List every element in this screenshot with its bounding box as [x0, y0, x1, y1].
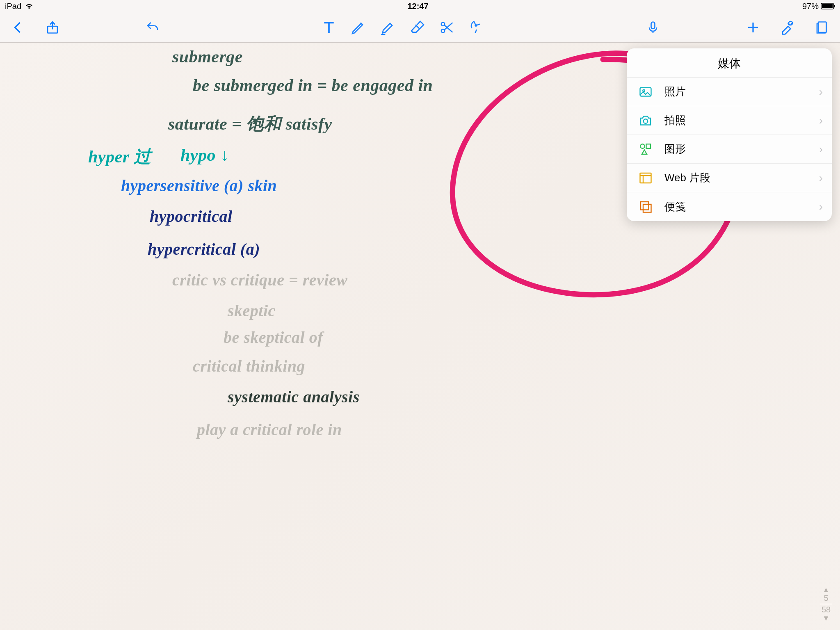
svg-point-6 [475, 25, 477, 26]
device-label: iPad [5, 2, 21, 11]
scroll-down-icon: ▼ [822, 614, 830, 622]
photo-icon [637, 84, 654, 100]
handwriting-line: hypercritical (a) [148, 240, 260, 259]
popover-item-label: 拍照 [664, 113, 819, 128]
popover-item-sticky[interactable]: 便笺 › [627, 192, 832, 221]
highlighter-tool[interactable] [379, 18, 397, 37]
svg-point-8 [789, 21, 792, 25]
wifi-icon [25, 2, 34, 10]
lasso-tool[interactable] [468, 18, 486, 37]
chevron-right-icon: › [819, 114, 823, 127]
svg-point-12 [644, 119, 648, 123]
camera-icon [637, 112, 654, 129]
pages-button[interactable] [813, 18, 831, 37]
handwriting-line: hypocritical [150, 207, 233, 226]
shape-icon [637, 141, 654, 158]
status-bar: iPad 12:47 97% [0, 0, 840, 12]
handwriting-line: play a critical role in [197, 420, 342, 439]
eraser-tool[interactable] [409, 18, 427, 37]
popover-item-camera[interactable]: 拍照 › [627, 106, 832, 135]
svg-rect-1 [822, 4, 833, 8]
svg-point-13 [640, 144, 645, 148]
chevron-right-icon: › [819, 143, 823, 156]
pen-tool[interactable] [349, 18, 368, 37]
battery-icon [821, 3, 835, 9]
page-indicator[interactable]: ▲ 5 58 ▼ [818, 586, 834, 622]
svg-point-5 [441, 29, 445, 32]
svg-rect-15 [640, 173, 651, 183]
handwriting-line: systematic analysis [228, 387, 360, 406]
microphone-button[interactable] [644, 18, 662, 37]
svg-point-4 [441, 22, 445, 25]
scroll-up-icon: ▲ [822, 586, 830, 593]
svg-rect-2 [834, 5, 835, 7]
webclip-icon [637, 170, 654, 186]
chevron-right-icon: › [819, 200, 823, 213]
popover-title: 媒体 [627, 48, 832, 78]
handwriting-line: submerge [172, 47, 243, 66]
back-button[interactable] [9, 18, 27, 37]
popover-item-webclip[interactable]: Web 片段 › [627, 164, 832, 192]
scissors-tool[interactable] [438, 18, 456, 37]
media-popover: 媒体 照片 › 拍照 › 图形 › Web 片段 › 便笺 › [627, 48, 832, 221]
handwriting-line: be skeptical of [224, 328, 323, 347]
svg-rect-14 [646, 144, 651, 148]
chevron-right-icon: › [819, 171, 823, 185]
handwriting-line: hypo ↓ [180, 145, 229, 165]
handwriting-line: be submerged in = be engaged in [193, 75, 433, 95]
undo-button[interactable] [144, 18, 162, 37]
sticky-icon [637, 199, 654, 215]
toolbar [0, 12, 840, 43]
popover-item-label: 便笺 [664, 200, 819, 214]
clock: 12:47 [407, 2, 428, 11]
page-total: 58 [822, 605, 831, 614]
handwriting-line: skeptic [228, 301, 276, 320]
popover-item-shape[interactable]: 图形 › [627, 135, 832, 164]
add-button[interactable] [744, 18, 762, 37]
svg-rect-16 [641, 202, 649, 210]
handwriting-line: hyper 过 [88, 145, 151, 168]
handwriting-line: critical thinking [193, 356, 305, 376]
svg-rect-9 [818, 22, 826, 32]
svg-rect-7 [651, 22, 655, 29]
text-tool[interactable] [320, 18, 338, 37]
popover-item-photo[interactable]: 照片 › [627, 78, 832, 106]
svg-rect-17 [643, 204, 651, 212]
handwriting-line: hypersensitive (a) skin [121, 176, 277, 195]
settings-button[interactable] [778, 18, 797, 37]
popover-item-label: Web 片段 [664, 171, 819, 185]
popover-item-label: 图形 [664, 142, 819, 156]
page-current: 5 [824, 593, 828, 603]
handwriting-line: critic vs critique = review [172, 270, 347, 290]
chevron-right-icon: › [819, 85, 823, 98]
handwriting-line: saturate = 饱和 satisfy [168, 112, 332, 135]
share-button[interactable] [43, 18, 62, 37]
battery-percent: 97% [802, 2, 819, 11]
popover-item-label: 照片 [664, 84, 819, 99]
